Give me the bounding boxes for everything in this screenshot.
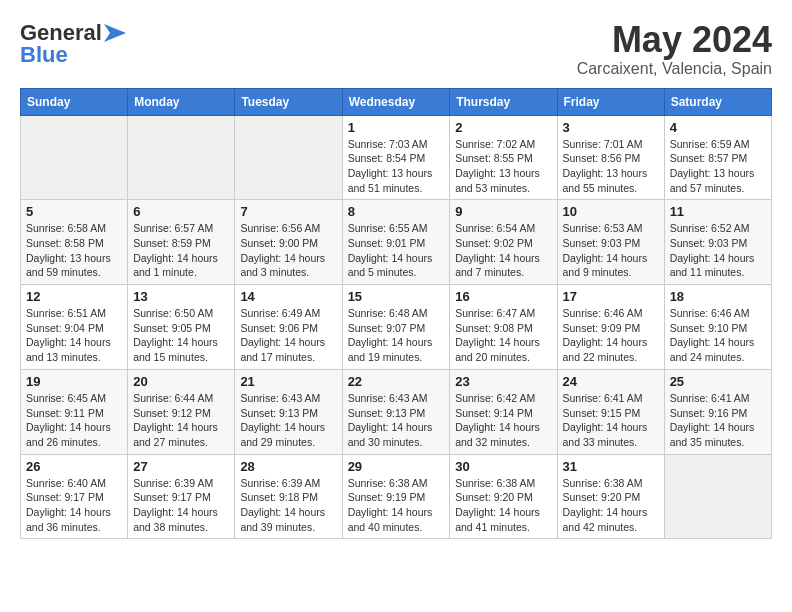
calendar-cell: 16Sunrise: 6:47 AMSunset: 9:08 PMDayligh… <box>450 285 557 370</box>
column-header-thursday: Thursday <box>450 88 557 115</box>
calendar-title: May 2024 <box>577 20 772 60</box>
day-number: 24 <box>563 374 659 389</box>
calendar-week-row: 19Sunrise: 6:45 AMSunset: 9:11 PMDayligh… <box>21 369 772 454</box>
day-number: 15 <box>348 289 445 304</box>
calendar-cell: 6Sunrise: 6:57 AMSunset: 8:59 PMDaylight… <box>128 200 235 285</box>
calendar-location: Carcaixent, Valencia, Spain <box>577 60 772 78</box>
column-header-saturday: Saturday <box>664 88 771 115</box>
column-header-sunday: Sunday <box>21 88 128 115</box>
calendar-cell: 13Sunrise: 6:50 AMSunset: 9:05 PMDayligh… <box>128 285 235 370</box>
day-number: 3 <box>563 120 659 135</box>
calendar-cell: 26Sunrise: 6:40 AMSunset: 9:17 PMDayligh… <box>21 454 128 539</box>
calendar-cell: 20Sunrise: 6:44 AMSunset: 9:12 PMDayligh… <box>128 369 235 454</box>
column-header-tuesday: Tuesday <box>235 88 342 115</box>
column-header-monday: Monday <box>128 88 235 115</box>
day-info: Sunrise: 6:50 AMSunset: 9:05 PMDaylight:… <box>133 306 229 365</box>
calendar-header-row: SundayMondayTuesdayWednesdayThursdayFrid… <box>21 88 772 115</box>
day-number: 21 <box>240 374 336 389</box>
calendar-cell: 27Sunrise: 6:39 AMSunset: 9:17 PMDayligh… <box>128 454 235 539</box>
day-info: Sunrise: 6:45 AMSunset: 9:11 PMDaylight:… <box>26 391 122 450</box>
day-number: 9 <box>455 204 551 219</box>
calendar-cell: 5Sunrise: 6:58 AMSunset: 8:58 PMDaylight… <box>21 200 128 285</box>
day-info: Sunrise: 6:46 AMSunset: 9:10 PMDaylight:… <box>670 306 766 365</box>
day-number: 26 <box>26 459 122 474</box>
day-info: Sunrise: 6:43 AMSunset: 9:13 PMDaylight:… <box>240 391 336 450</box>
day-number: 16 <box>455 289 551 304</box>
day-info: Sunrise: 6:44 AMSunset: 9:12 PMDaylight:… <box>133 391 229 450</box>
day-info: Sunrise: 6:56 AMSunset: 9:00 PMDaylight:… <box>240 221 336 280</box>
day-number: 28 <box>240 459 336 474</box>
day-number: 19 <box>26 374 122 389</box>
day-number: 27 <box>133 459 229 474</box>
calendar-cell <box>21 115 128 200</box>
day-info: Sunrise: 6:38 AMSunset: 9:20 PMDaylight:… <box>563 476 659 535</box>
day-info: Sunrise: 6:41 AMSunset: 9:15 PMDaylight:… <box>563 391 659 450</box>
calendar-cell: 19Sunrise: 6:45 AMSunset: 9:11 PMDayligh… <box>21 369 128 454</box>
day-info: Sunrise: 6:58 AMSunset: 8:58 PMDaylight:… <box>26 221 122 280</box>
day-number: 8 <box>348 204 445 219</box>
day-info: Sunrise: 6:38 AMSunset: 9:20 PMDaylight:… <box>455 476 551 535</box>
logo-arrow-icon <box>104 24 126 42</box>
calendar-cell: 29Sunrise: 6:38 AMSunset: 9:19 PMDayligh… <box>342 454 450 539</box>
day-info: Sunrise: 6:39 AMSunset: 9:18 PMDaylight:… <box>240 476 336 535</box>
day-number: 11 <box>670 204 766 219</box>
calendar-cell: 4Sunrise: 6:59 AMSunset: 8:57 PMDaylight… <box>664 115 771 200</box>
day-number: 23 <box>455 374 551 389</box>
calendar-cell: 2Sunrise: 7:02 AMSunset: 8:55 PMDaylight… <box>450 115 557 200</box>
day-number: 7 <box>240 204 336 219</box>
day-number: 30 <box>455 459 551 474</box>
day-info: Sunrise: 6:49 AMSunset: 9:06 PMDaylight:… <box>240 306 336 365</box>
day-number: 17 <box>563 289 659 304</box>
calendar-cell <box>128 115 235 200</box>
day-number: 20 <box>133 374 229 389</box>
calendar-cell: 11Sunrise: 6:52 AMSunset: 9:03 PMDayligh… <box>664 200 771 285</box>
calendar-cell: 7Sunrise: 6:56 AMSunset: 9:00 PMDaylight… <box>235 200 342 285</box>
day-number: 13 <box>133 289 229 304</box>
day-info: Sunrise: 6:57 AMSunset: 8:59 PMDaylight:… <box>133 221 229 280</box>
day-info: Sunrise: 6:41 AMSunset: 9:16 PMDaylight:… <box>670 391 766 450</box>
calendar-cell: 25Sunrise: 6:41 AMSunset: 9:16 PMDayligh… <box>664 369 771 454</box>
day-info: Sunrise: 7:02 AMSunset: 8:55 PMDaylight:… <box>455 137 551 196</box>
calendar-cell: 30Sunrise: 6:38 AMSunset: 9:20 PMDayligh… <box>450 454 557 539</box>
calendar-cell: 18Sunrise: 6:46 AMSunset: 9:10 PMDayligh… <box>664 285 771 370</box>
day-info: Sunrise: 6:38 AMSunset: 9:19 PMDaylight:… <box>348 476 445 535</box>
calendar-cell: 24Sunrise: 6:41 AMSunset: 9:15 PMDayligh… <box>557 369 664 454</box>
calendar-cell: 31Sunrise: 6:38 AMSunset: 9:20 PMDayligh… <box>557 454 664 539</box>
calendar-cell: 22Sunrise: 6:43 AMSunset: 9:13 PMDayligh… <box>342 369 450 454</box>
day-info: Sunrise: 6:54 AMSunset: 9:02 PMDaylight:… <box>455 221 551 280</box>
calendar-cell <box>664 454 771 539</box>
logo: General Blue <box>20 20 126 68</box>
calendar-cell: 9Sunrise: 6:54 AMSunset: 9:02 PMDaylight… <box>450 200 557 285</box>
column-header-wednesday: Wednesday <box>342 88 450 115</box>
day-info: Sunrise: 6:52 AMSunset: 9:03 PMDaylight:… <box>670 221 766 280</box>
calendar-week-row: 5Sunrise: 6:58 AMSunset: 8:58 PMDaylight… <box>21 200 772 285</box>
day-info: Sunrise: 6:47 AMSunset: 9:08 PMDaylight:… <box>455 306 551 365</box>
calendar-cell: 12Sunrise: 6:51 AMSunset: 9:04 PMDayligh… <box>21 285 128 370</box>
day-number: 4 <box>670 120 766 135</box>
day-info: Sunrise: 6:55 AMSunset: 9:01 PMDaylight:… <box>348 221 445 280</box>
day-number: 14 <box>240 289 336 304</box>
calendar-cell: 1Sunrise: 7:03 AMSunset: 8:54 PMDaylight… <box>342 115 450 200</box>
day-info: Sunrise: 7:01 AMSunset: 8:56 PMDaylight:… <box>563 137 659 196</box>
calendar-cell <box>235 115 342 200</box>
day-info: Sunrise: 6:59 AMSunset: 8:57 PMDaylight:… <box>670 137 766 196</box>
day-info: Sunrise: 6:51 AMSunset: 9:04 PMDaylight:… <box>26 306 122 365</box>
day-number: 6 <box>133 204 229 219</box>
calendar-cell: 17Sunrise: 6:46 AMSunset: 9:09 PMDayligh… <box>557 285 664 370</box>
day-number: 18 <box>670 289 766 304</box>
calendar-week-row: 1Sunrise: 7:03 AMSunset: 8:54 PMDaylight… <box>21 115 772 200</box>
day-number: 5 <box>26 204 122 219</box>
day-info: Sunrise: 6:39 AMSunset: 9:17 PMDaylight:… <box>133 476 229 535</box>
calendar-cell: 10Sunrise: 6:53 AMSunset: 9:03 PMDayligh… <box>557 200 664 285</box>
day-number: 12 <box>26 289 122 304</box>
calendar-cell: 14Sunrise: 6:49 AMSunset: 9:06 PMDayligh… <box>235 285 342 370</box>
day-number: 31 <box>563 459 659 474</box>
day-number: 29 <box>348 459 445 474</box>
day-number: 10 <box>563 204 659 219</box>
day-info: Sunrise: 6:40 AMSunset: 9:17 PMDaylight:… <box>26 476 122 535</box>
day-info: Sunrise: 6:43 AMSunset: 9:13 PMDaylight:… <box>348 391 445 450</box>
calendar-cell: 15Sunrise: 6:48 AMSunset: 9:07 PMDayligh… <box>342 285 450 370</box>
calendar-cell: 8Sunrise: 6:55 AMSunset: 9:01 PMDaylight… <box>342 200 450 285</box>
title-block: May 2024 Carcaixent, Valencia, Spain <box>577 20 772 78</box>
calendar-table: SundayMondayTuesdayWednesdayThursdayFrid… <box>20 88 772 540</box>
